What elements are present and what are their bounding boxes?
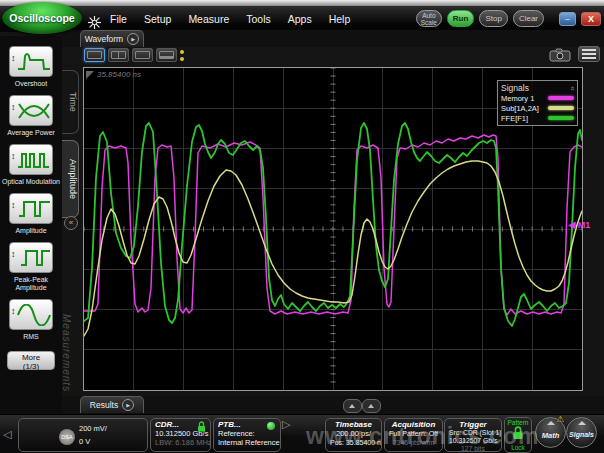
sidebar-item-peak-peak-amplitude[interactable]: ↕Peak-Peak Amplitude <box>0 242 62 292</box>
stop-button[interactable]: Stop <box>479 10 507 27</box>
timebase-reference-value: 35.85400 ns <box>97 70 141 79</box>
sidebar-item-label: Peak-Peak Amplitude <box>0 276 62 292</box>
clear-button[interactable]: Clear <box>513 10 544 27</box>
auto-scale-button[interactable]: Auto Scale <box>416 10 442 27</box>
channel-offset: 0 V <box>79 437 90 446</box>
sidebar-item-amplitude[interactable]: ↕Amplitude <box>0 193 62 235</box>
status-dot-2 <box>180 57 184 61</box>
peak-peak-amplitude-icon[interactable]: ↕ <box>9 242 53 273</box>
menu-items: FileSetupMeasureToolsAppsHelp <box>110 6 350 32</box>
tab-waveform[interactable]: Waveform ▶ <box>80 30 144 47</box>
timebase-reference-label: 35.85400 ns <box>86 70 141 79</box>
menu-item-apps[interactable]: Apps <box>288 13 312 25</box>
sidebar-item-label: Overshoot <box>0 80 62 88</box>
sidebar-collapse-icon[interactable]: « <box>64 216 78 230</box>
tab-results-label: Results <box>90 400 118 410</box>
minimize-button[interactable]: – <box>559 12 576 26</box>
cdr-lbw: LBW: 6.186 MHz <box>155 438 206 447</box>
legend-collapse-icon[interactable]: « <box>567 86 576 90</box>
scroll-right-icon[interactable]: ▷ <box>282 418 290 431</box>
acquisition-pattern: Full Pattern: Off <box>389 429 438 438</box>
waveform-display[interactable]: 35.85400 ns Signals « Memory 1Sub[1A,2A]… <box>83 67 583 391</box>
tab-menu-arrow-icon[interactable]: ▶ <box>122 399 134 411</box>
trigger-bits: 127 bits <box>449 445 497 452</box>
layout-single-button[interactable] <box>84 48 105 62</box>
menu-item-help[interactable]: Help <box>329 13 351 25</box>
legend-color-swatch <box>548 106 574 110</box>
menu-item-tools[interactable]: Tools <box>246 13 271 25</box>
acquisition-points: 2345 pts/wfm <box>389 438 438 447</box>
menu-item-file[interactable]: File <box>110 13 127 25</box>
tab-amplitude[interactable]: Amplitude <box>62 140 79 218</box>
sidebar-item-optical-modulation[interactable]: ↕Optical Modulation <box>0 144 62 186</box>
sidebar-item-overshoot[interactable]: ↕Overshoot <box>0 46 62 88</box>
pattern-lock-button[interactable]: Pattern Lock <box>504 417 532 453</box>
legend-color-swatch <box>548 96 574 100</box>
pattern-lock-top-label: Pattern <box>505 419 531 426</box>
status-dot-1 <box>180 50 184 54</box>
marker-m1-label: M1 <box>578 220 591 230</box>
ptb-panel[interactable]: PTB... Reference: Internal Reference <box>213 418 281 452</box>
panel-collapse-up-icon[interactable] <box>343 399 362 413</box>
led-icon <box>267 422 275 430</box>
panel-collapse-up-icon-2[interactable] <box>362 399 381 413</box>
timebase-position: Pos: 35.85400 ns <box>330 438 377 447</box>
signals-button[interactable]: Signals <box>566 417 597 448</box>
overshoot-icon[interactable]: ↕ <box>9 46 53 77</box>
sidebar-item-average-power[interactable]: ↕Average Power <box>0 95 62 137</box>
lock-icon <box>197 421 206 432</box>
sidebar-item-label: Average Power <box>0 129 62 137</box>
marker-m1-arrow-icon: ◀ <box>568 220 576 230</box>
channel-panel[interactable]: DSA 200 mV/ 0 V <box>18 418 148 452</box>
sidebar-item-label: Optical Modulation <box>0 178 62 186</box>
acquisition-panel[interactable]: Acquisition Full Pattern: Off 2345 pts/w… <box>384 418 443 452</box>
legend-entry-memory-1[interactable]: Memory 1 <box>501 93 574 103</box>
layout-quad-button[interactable] <box>108 48 129 62</box>
acquisition-title: Acquisition <box>389 420 438 429</box>
pattern-lock-icon <box>512 426 524 440</box>
tab-amplitude-label: Amplitude <box>68 159 78 199</box>
warning-icon: ⚠ <box>556 414 564 424</box>
math-button-label: Math <box>536 431 565 440</box>
menu-item-setup[interactable]: Setup <box>144 13 171 25</box>
legend-color-swatch <box>548 116 574 120</box>
chevron-up-icon <box>547 421 555 425</box>
close-button[interactable]: X <box>581 12 601 26</box>
timebase-scale: 200.00 ps/ <box>330 429 377 438</box>
cdr-panel[interactable]: CDR... 10.312500 Gb/s LBW: 6.186 MHz <box>150 418 211 452</box>
sidebar-item-rms[interactable]: ↕RMS <box>0 299 62 341</box>
settings-sun-icon[interactable] <box>88 16 101 29</box>
dsa-badge: DSA <box>59 429 75 445</box>
run-button[interactable]: Run <box>447 10 475 27</box>
screenshot-camera-icon[interactable] <box>549 48 571 65</box>
trigger-title: Trigger <box>449 420 497 429</box>
timebase-panel[interactable]: Timebase 200.00 ps/ Pos: 35.85400 ns <box>325 418 382 452</box>
channel-scale: 200 mV/ <box>79 424 107 433</box>
tab-time-label: Time <box>68 92 78 112</box>
menu-item-measure[interactable]: Measure <box>188 13 229 25</box>
tab-time[interactable]: Time <box>62 70 79 134</box>
pattern-lock-bottom-label: Lock <box>505 444 531 451</box>
signals-legend[interactable]: Signals « Memory 1Sub[1A,2A]FFE[F1] <box>497 80 578 126</box>
tab-menu-arrow-icon[interactable]: ▶ <box>127 33 139 45</box>
rms-icon[interactable]: ↕ <box>9 299 53 330</box>
marker-m1[interactable]: ◀ M1 <box>568 220 590 230</box>
layout-grid-button[interactable] <box>156 48 177 62</box>
legend-entry-sub-1a-2a-[interactable]: Sub[1A,2A] <box>501 103 574 113</box>
average-power-icon[interactable]: ↕ <box>9 95 53 126</box>
menu-hamburger-icon[interactable] <box>578 46 600 62</box>
status-bar: ◁ DSA 200 mV/ 0 V CDR... 10.312500 Gb/s … <box>0 414 604 453</box>
results-tab-row: Results ▶ <box>62 396 604 414</box>
timebase-title: Timebase <box>330 420 377 429</box>
trigger-panel[interactable]: Trigger Src: CDR (Slot 1) 10.312507 Gb/s… <box>444 418 502 452</box>
amplitude-icon[interactable]: ↕ <box>9 193 53 224</box>
tab-results[interactable]: Results ▶ <box>80 396 144 413</box>
optical-modulation-icon[interactable]: ↕ <box>9 144 53 175</box>
document-tab-row: Waveform ▶ <box>62 30 604 47</box>
scroll-left-icon[interactable]: ◁ <box>3 428 11 441</box>
layout-split-button[interactable] <box>132 48 153 62</box>
ptb-reference-value: Internal Reference <box>218 438 276 447</box>
legend-entry-ffe-f1-[interactable]: FFE[F1] <box>501 113 574 123</box>
more-measurements-button[interactable]: More (1/3) <box>7 351 55 370</box>
trigger-source: Src: CDR (Slot 1) <box>449 429 497 437</box>
